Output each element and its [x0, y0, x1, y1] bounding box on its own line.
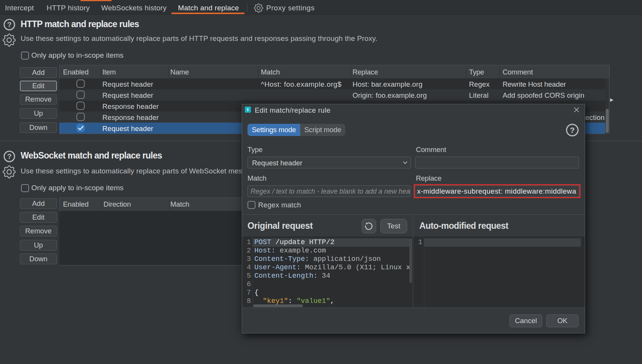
- svg-text:?: ?: [7, 21, 12, 29]
- svg-text:?: ?: [7, 152, 12, 160]
